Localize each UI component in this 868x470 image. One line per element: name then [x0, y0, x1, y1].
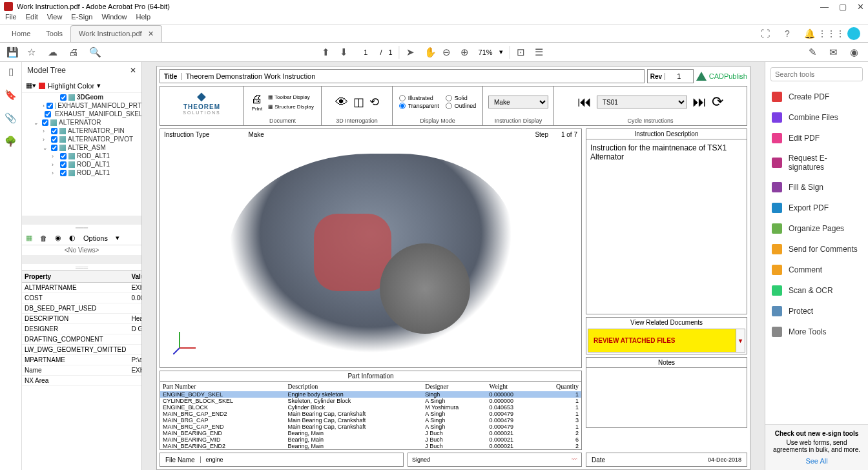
- tree-item[interactable]: ⌄ALTERNATOR: [22, 118, 141, 127]
- tool-item[interactable]: Scan & OCR: [765, 280, 868, 301]
- help-icon[interactable]: ?: [781, 28, 793, 39]
- tree-item[interactable]: ›ROD_ALT1: [22, 160, 141, 169]
- tree-item[interactable]: ›ROD_ALT1: [22, 169, 141, 177]
- zoom-dropdown-icon[interactable]: ▾: [499, 48, 503, 56]
- tool-item[interactable]: Fill & Sign: [765, 177, 868, 198]
- document-viewport[interactable]: Title Theorem Demonstration Work Instruc…: [142, 62, 765, 470]
- avatar[interactable]: [847, 27, 860, 40]
- sign-icon[interactable]: ✎: [809, 46, 820, 58]
- tool-item[interactable]: Protect: [765, 301, 868, 322]
- part-row[interactable]: MAIN_BEARING_MIDBearing, MainJ Buch0.000…: [160, 436, 581, 443]
- part-row[interactable]: ENGINE_BLOCKCylinder BlockM Yoshimura0.0…: [160, 404, 581, 411]
- model-tree-icon[interactable]: 🌳: [5, 136, 17, 147]
- bookmark-icon[interactable]: 🔖: [5, 89, 17, 101]
- read-mode-icon[interactable]: ☰: [535, 46, 546, 58]
- property-row[interactable]: LW_DWG_GEOMETRY_OMITTED: [22, 345, 141, 355]
- property-row[interactable]: MPARTNAMEP:\apps\: [22, 355, 141, 365]
- property-row[interactable]: NX Area: [22, 376, 141, 386]
- tab-home[interactable]: Home: [4, 26, 38, 41]
- cycle-prev-icon[interactable]: ⏮: [577, 94, 592, 110]
- prop-header-value[interactable]: Value: [129, 271, 141, 283]
- tree-item[interactable]: ›ALTERNATOR_PIN: [22, 127, 141, 135]
- tree-scrollbar-x[interactable]: [22, 216, 141, 225]
- pointer-icon[interactable]: ➤: [406, 46, 418, 58]
- add-view-icon[interactable]: ▦: [26, 234, 32, 242]
- menu-file[interactable]: File: [5, 13, 17, 24]
- cycle-next-icon[interactable]: ⏭: [692, 94, 707, 110]
- menu-view[interactable]: View: [47, 13, 63, 24]
- menu-edit[interactable]: Edit: [26, 13, 38, 24]
- tool-item[interactable]: Export PDF: [765, 198, 868, 218]
- views-scrollbar-x[interactable]: [22, 255, 141, 264]
- property-row[interactable]: DESIGNERD Guzzio: [22, 324, 141, 334]
- thumbnails-icon[interactable]: ▯: [8, 66, 14, 77]
- see-all-link[interactable]: See All: [770, 457, 863, 465]
- model-tree[interactable]: 3DGeom›EXHAUST_MANIFOLD_PRTEXHAUST_MANIF…: [22, 93, 141, 216]
- screenshot-icon[interactable]: ⛶: [760, 28, 771, 39]
- tree-item[interactable]: EXHAUST_MANIFOLD_SKEL: [22, 110, 141, 118]
- apps-grid-icon[interactable]: ⋮⋮⋮: [825, 28, 837, 39]
- mail-icon[interactable]: ✉: [829, 46, 841, 58]
- menu-window[interactable]: Window: [101, 13, 127, 24]
- dropdown-arrow-icon[interactable]: ▾: [736, 329, 745, 352]
- prop-header-property[interactable]: Property: [22, 271, 129, 283]
- highlight-color-label[interactable]: Highlight Color: [48, 82, 94, 90]
- review-files-button[interactable]: REVIEW ATTACHED FILES ▾: [588, 329, 745, 352]
- property-row[interactable]: DRAFTING_COMPONENT: [22, 334, 141, 345]
- chevron-down-icon[interactable]: ▾: [97, 81, 101, 90]
- property-row[interactable]: NameEXHAUS: [22, 365, 141, 376]
- part-row[interactable]: MAIN_BRG_CAP_ENDMain Bearing Cap, Cranks…: [160, 424, 581, 430]
- tree-item[interactable]: ›EXHAUST_MANIFOLD_PRT: [22, 101, 141, 110]
- display-mode-radios[interactable]: Illustrated Solid Transparent Outlined: [399, 95, 477, 109]
- delete-view-icon[interactable]: 🗑: [40, 234, 47, 242]
- bell-icon[interactable]: 🔔: [803, 28, 815, 39]
- minimize-button[interactable]: —: [820, 2, 829, 12]
- part-row[interactable]: MAIN_BRG_CAPMain Bearing Cap, Crankshaft…: [160, 417, 581, 424]
- light-icon[interactable]: ◐: [69, 234, 76, 242]
- search-tools-input[interactable]: [770, 67, 863, 81]
- page-down-icon[interactable]: ⬇: [340, 46, 351, 58]
- property-row[interactable]: COST0.000000: [22, 293, 141, 303]
- part-row[interactable]: MAIN_BEARING_END2Bearing, MainJ Buch0.00…: [160, 443, 581, 449]
- tool-item[interactable]: Edit PDF: [765, 128, 868, 148]
- star-icon[interactable]: ☆: [27, 46, 39, 58]
- zoom-in-icon[interactable]: ⊕: [460, 46, 472, 58]
- menu-help[interactable]: Help: [136, 13, 151, 24]
- maximize-button[interactable]: ▢: [839, 2, 847, 12]
- options-dropdown[interactable]: Options: [83, 234, 108, 242]
- fit-icon[interactable]: ⊡: [517, 46, 528, 58]
- attachment-icon[interactable]: 📎: [5, 112, 17, 124]
- search-icon[interactable]: 🔍: [89, 46, 101, 58]
- tool-item[interactable]: More Tools: [765, 322, 868, 342]
- cycle-select[interactable]: TS01: [597, 96, 687, 108]
- highlight-color-swatch[interactable]: [39, 83, 45, 89]
- tree-item[interactable]: ›ROD_ALT1: [22, 152, 141, 160]
- engine-model[interactable]: [229, 154, 513, 354]
- cycle-reset-icon[interactable]: ⟳: [712, 94, 723, 110]
- close-button[interactable]: ✕: [857, 2, 864, 12]
- instruction-select[interactable]: Make: [488, 96, 548, 108]
- tool-item[interactable]: Send for Comments: [765, 239, 868, 260]
- hide-selected-icon[interactable]: 👁: [335, 95, 348, 110]
- page-number-input[interactable]: [358, 48, 373, 56]
- camera-icon[interactable]: ◉: [55, 234, 61, 242]
- structure-display-toggle[interactable]: ▦ Structure Display: [268, 104, 314, 110]
- toolbar-display-toggle[interactable]: ▦ Toolbar Display: [268, 94, 314, 100]
- chevron-down-icon[interactable]: ▾: [116, 234, 119, 242]
- tree-item[interactable]: 3DGeom: [22, 93, 141, 101]
- part-row[interactable]: ENGINE_BODY_SKELEngine body skeletonSing…: [160, 391, 581, 398]
- tab-tools[interactable]: Tools: [38, 26, 70, 41]
- profile-icon[interactable]: ◉: [850, 46, 862, 58]
- menu-esign[interactable]: E-Sign: [71, 13, 92, 24]
- tree-item[interactable]: ›ALTERNATOR_PIVOT: [22, 135, 141, 143]
- tree-dropdown-icon[interactable]: ▦▾: [26, 81, 36, 90]
- tab-document[interactable]: Work Instruction.pdf ✕: [70, 25, 162, 42]
- 3d-viewer[interactable]: [160, 140, 581, 367]
- tool-item[interactable]: Comment: [765, 260, 868, 280]
- tree-item[interactable]: ⌄ALTER_ASM: [22, 143, 141, 152]
- tool-item[interactable]: Request E-signatures: [765, 148, 868, 177]
- tool-item[interactable]: Create PDF: [765, 87, 868, 107]
- hand-icon[interactable]: ✋: [424, 46, 436, 58]
- tool-item[interactable]: Organize Pages: [765, 218, 868, 239]
- property-row[interactable]: ALTMPARTNAMEEXHAUS: [22, 283, 141, 293]
